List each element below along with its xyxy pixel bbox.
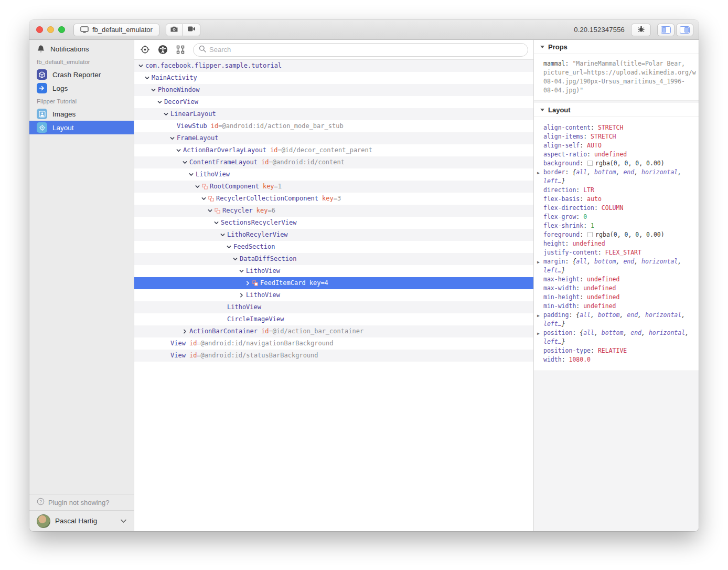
node-name: FeedItemCard: [260, 277, 306, 289]
layout-prop-border[interactable]: ▶border: {all, bottom, end, horizontal, …: [543, 168, 694, 186]
chevron-expanded-icon[interactable]: [170, 136, 175, 141]
left-pane-icon: [661, 26, 671, 34]
chevron-expanded-icon[interactable]: [183, 160, 187, 165]
tree-node-LithoView[interactable]: LithoView: [134, 301, 533, 313]
expand-arrow-icon[interactable]: ▶: [537, 168, 540, 177]
sidebar-item-images[interactable]: Images: [29, 107, 134, 121]
object-key: left…: [543, 177, 562, 185]
tree-node-PhoneWindow[interactable]: PhoneWindow: [134, 84, 533, 96]
prop-value: undefined: [583, 284, 616, 292]
tree-node-RootComponent[interactable]: RootComponentkey=1: [134, 181, 533, 193]
tree-node-MainActivity[interactable]: MainActivity: [134, 72, 533, 84]
layout-prop-padding[interactable]: ▶padding: {all, bottom, end, horizontal,…: [543, 311, 694, 329]
tree-node-LithoView[interactable]: LithoView: [134, 265, 533, 277]
bug-report-button[interactable]: [631, 24, 651, 36]
toggle-left-sidebar-button[interactable]: [657, 24, 675, 36]
zoom-button[interactable]: [58, 26, 65, 33]
prop-value: auto: [587, 195, 602, 203]
chevron-expanded-icon[interactable]: [145, 76, 149, 80]
props-section-header[interactable]: Props: [534, 40, 699, 54]
tree-node-LinearLayout[interactable]: LinearLayout: [134, 108, 533, 120]
tree-node-ActionBarOverlayLayout[interactable]: ActionBarOverlayLayoutid=@id/decor_conte…: [134, 144, 533, 156]
layout-prop-flex-basis: flex-basis: auto: [543, 195, 694, 204]
tree-node-Recycler[interactable]: Recyclerkey=6: [134, 205, 533, 217]
prop-value: rgba(0, 0, 0, 0.00): [595, 231, 665, 238]
chevron-expanded-icon[interactable]: [239, 269, 244, 273]
device-tab-label: fb_default_emulator: [92, 26, 153, 34]
tree-node-FrameLayout[interactable]: FrameLayout: [134, 132, 533, 144]
tree-node-CircleImageView[interactable]: CircleImageView: [134, 313, 533, 325]
chevron-expanded-icon[interactable]: [189, 172, 194, 177]
accessibility-icon: [158, 45, 168, 55]
tree-mode-button[interactable]: [176, 45, 185, 55]
tree-node-LithoView[interactable]: LithoView: [134, 289, 533, 301]
chevron-collapsed-icon[interactable]: [183, 329, 187, 334]
prop-key: foreground: [543, 231, 580, 238]
tree-node-ViewStub[interactable]: ViewStubid=@android:id/action_mode_bar_s…: [134, 120, 533, 132]
sidebar-item-logs[interactable]: Logs: [29, 81, 134, 95]
tree-node-DecorView[interactable]: DecorView: [134, 96, 533, 108]
toggle-right-sidebar-button[interactable]: [676, 24, 693, 36]
tree-node-View[interactable]: Viewid=@android:id/navigationBarBackgrou…: [134, 337, 533, 350]
sidebar-item-notifications[interactable]: Notifications: [29, 42, 134, 56]
user-menu[interactable]: Pascal Hartig: [29, 510, 134, 531]
chevron-collapsed-icon[interactable]: [239, 293, 244, 298]
chevron-expanded-icon[interactable]: [208, 208, 212, 213]
tree-node-LithoRecylerView[interactable]: LithoRecylerView: [134, 229, 533, 241]
screenshot-button[interactable]: [166, 24, 183, 36]
chevron-expanded-icon[interactable]: [227, 245, 231, 249]
section-caret-icon: [540, 109, 544, 111]
layout-prop-flex-grow: flex-grow: 0: [543, 213, 694, 221]
sidebar-item-layout[interactable]: Layout: [29, 121, 134, 134]
user-name: Pascal Hartig: [55, 517, 97, 525]
chevron-expanded-icon[interactable]: [138, 64, 143, 68]
layout-prop-min-width: min-width: undefined: [543, 302, 694, 311]
layout-prop-align-content: align-content: STRETCH: [543, 123, 694, 132]
tree-node-LithoView[interactable]: LithoView: [134, 168, 533, 181]
tree-node-ActionBarContainer[interactable]: ActionBarContainerid=@id/action_bar_cont…: [134, 325, 533, 337]
chevron-expanded-icon[interactable]: [201, 196, 206, 201]
tree-node-FeedSection[interactable]: FeedSection: [134, 241, 533, 253]
tree-node-ContentFrameLayout[interactable]: ContentFrameLayoutid=@android:id/content: [134, 156, 533, 168]
device-tab[interactable]: fb_default_emulator: [73, 24, 159, 36]
node-name: LithoView: [227, 301, 261, 313]
tree-node-RecyclerCollectionComponent[interactable]: RecyclerCollectionComponentkey=3: [134, 193, 533, 205]
object-key: bottom: [594, 168, 616, 176]
layout-prop-margin[interactable]: ▶margin: {all, bottom, end, horizontal, …: [543, 257, 694, 275]
chevron-expanded-icon[interactable]: [195, 184, 200, 189]
layout-section-header[interactable]: Layout: [534, 103, 699, 117]
expand-arrow-icon[interactable]: ▶: [537, 258, 540, 267]
expand-arrow-icon[interactable]: ▶: [537, 329, 540, 338]
accessibility-mode-button[interactable]: [158, 45, 168, 55]
chevron-expanded-icon[interactable]: [214, 220, 219, 225]
tree-node-View[interactable]: Viewid=@android:id/statusBarBackground: [134, 350, 533, 362]
layout-prop-position-type: position-type: RELATIVE: [543, 346, 694, 355]
record-video-button[interactable]: [183, 24, 200, 36]
node-name: ViewStub: [177, 120, 207, 132]
layout-prop-position[interactable]: ▶position: {all, bottom, end, horizontal…: [543, 329, 694, 346]
tree-node-com.facebook.flipper.sample.tutorial[interactable]: com.facebook.flipper.sample.tutorial: [134, 60, 533, 72]
expand-arrow-icon[interactable]: ▶: [537, 311, 540, 320]
layout-prop-align-items: align-items: STRETCH: [543, 132, 694, 141]
chevron-collapsed-icon[interactable]: [245, 281, 250, 286]
search-box[interactable]: [193, 43, 528, 57]
chevron-expanded-icon[interactable]: [220, 233, 225, 237]
search-input[interactable]: [209, 46, 522, 54]
prop-key: min-width: [543, 302, 576, 310]
plugin-help-link[interactable]: ? Plugin not showing?: [29, 494, 134, 510]
chevron-expanded-icon[interactable]: [233, 257, 238, 261]
chevron-expanded-icon[interactable]: [157, 100, 162, 104]
tree-node-FeedItemCard[interactable]: FeedItemCardkey=4: [134, 277, 533, 289]
sidebar-item-label: Crash Reporter: [52, 71, 101, 79]
tree-node-DataDiffSection[interactable]: DataDiffSection: [134, 253, 533, 265]
hierarchy-icon: [176, 45, 185, 55]
tree-node-SectionsRecyclerView[interactable]: SectionsRecyclerView: [134, 217, 533, 229]
target-mode-button[interactable]: [140, 45, 150, 55]
chevron-expanded-icon[interactable]: [176, 148, 181, 153]
sidebar-item-crash-reporter[interactable]: Crash Reporter: [29, 68, 134, 81]
chevron-expanded-icon[interactable]: [164, 112, 168, 117]
minimize-button[interactable]: [47, 26, 54, 33]
close-button[interactable]: [36, 26, 43, 33]
object-key: all: [580, 311, 591, 319]
chevron-expanded-icon[interactable]: [151, 88, 156, 92]
